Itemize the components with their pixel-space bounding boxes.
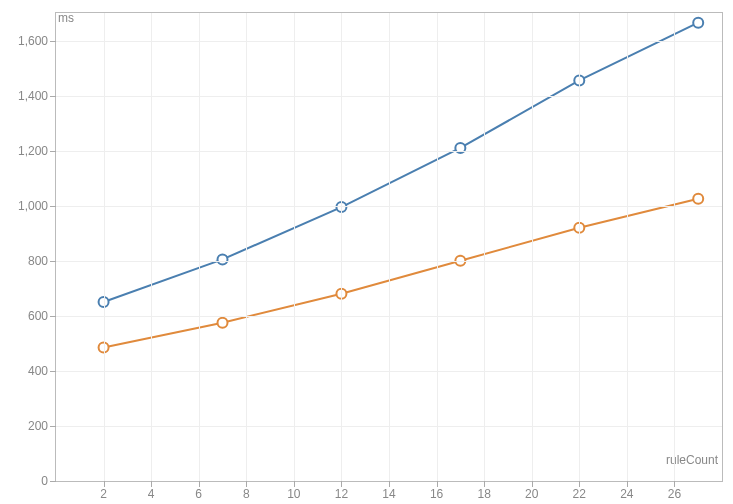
tick-y: [50, 206, 56, 207]
y-tick-label: 400: [28, 364, 48, 378]
gridline-v: [151, 13, 152, 481]
gridline-h: [56, 41, 722, 42]
x-tick-label: 26: [668, 487, 681, 501]
y-tick-label: 800: [28, 254, 48, 268]
gridline-v: [341, 13, 342, 481]
y-tick-label: 200: [28, 419, 48, 433]
y-tick-label: 1,200: [18, 144, 48, 158]
gridline-h: [56, 96, 722, 97]
tick-y: [50, 96, 56, 97]
data-point[interactable]: [693, 18, 703, 28]
gridline-v: [437, 13, 438, 481]
gridline-v: [674, 13, 675, 481]
gridline-h: [56, 426, 722, 427]
gridline-v: [389, 13, 390, 481]
x-tick-label: 6: [195, 487, 202, 501]
y-tick-label: 0: [41, 474, 48, 488]
x-tick-label: 22: [573, 487, 586, 501]
x-tick-label: 16: [430, 487, 443, 501]
x-tick-label: 14: [382, 487, 395, 501]
tick-y: [50, 371, 56, 372]
tick-y: [50, 426, 56, 427]
y-tick-label: 1,600: [18, 34, 48, 48]
tick-y: [50, 151, 56, 152]
y-tick-label: 1,000: [18, 199, 48, 213]
gridline-v: [294, 13, 295, 481]
gridline-v: [579, 13, 580, 481]
x-tick-label: 8: [243, 487, 250, 501]
gridline-h: [56, 151, 722, 152]
tick-y: [50, 261, 56, 262]
gridline-h: [56, 206, 722, 207]
x-tick-label: 18: [477, 487, 490, 501]
gridline-v: [246, 13, 247, 481]
plot-area: ms ruleCount 246810121416182022242602004…: [55, 12, 723, 482]
gridline-h: [56, 261, 722, 262]
gridline-h: [56, 316, 722, 317]
data-point[interactable]: [218, 254, 228, 264]
y-tick-label: 600: [28, 309, 48, 323]
gridline-v: [104, 13, 105, 481]
x-tick-label: 10: [287, 487, 300, 501]
x-tick-label: 12: [335, 487, 348, 501]
x-tick-label: 4: [148, 487, 155, 501]
x-tick-label: 2: [100, 487, 107, 501]
data-point[interactable]: [218, 318, 228, 328]
tick-y: [50, 41, 56, 42]
x-tick-label: 24: [620, 487, 633, 501]
gridline-v: [199, 13, 200, 481]
data-point[interactable]: [693, 194, 703, 204]
chart: ms ruleCount 246810121416182022242602004…: [0, 0, 733, 504]
gridline-h: [56, 371, 722, 372]
gridline-v: [532, 13, 533, 481]
line-series-b: [104, 199, 699, 348]
tick-y: [50, 316, 56, 317]
tick-y: [50, 481, 56, 482]
gridline-v: [627, 13, 628, 481]
y-tick-label: 1,400: [18, 89, 48, 103]
x-tick-label: 20: [525, 487, 538, 501]
gridline-v: [484, 13, 485, 481]
